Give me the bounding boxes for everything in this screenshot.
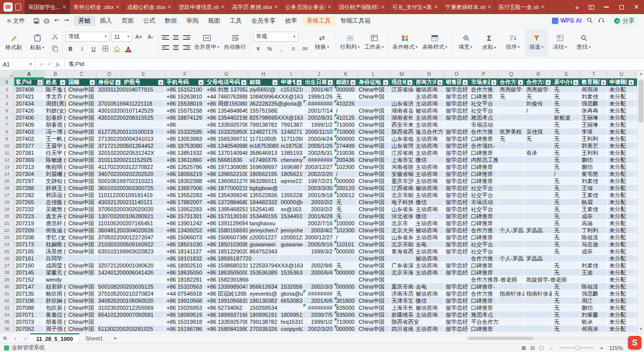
cell[interactable]: 207208 xyxy=(14,234,44,241)
close-tab-icon[interactable]: × xyxy=(221,4,224,10)
cell[interactable]: 无 xyxy=(552,178,580,185)
cell[interactable]: 117110505@ xyxy=(279,135,303,142)
header-cell[interactable]: 姓名▾ xyxy=(44,78,67,86)
cell[interactable]: 微信 xyxy=(414,156,444,163)
cell[interactable]: 411702200312270822 xyxy=(97,163,122,170)
cell[interactable]: 留学总经 xyxy=(444,290,469,297)
filter-button[interactable]: ▾ xyxy=(545,79,551,85)
header-cell[interactable]: 手机号码▾ xyxy=(165,78,205,86)
cell[interactable] xyxy=(390,276,414,283)
cell[interactable] xyxy=(525,156,552,163)
cell[interactable]: +86 13611860 xyxy=(165,156,205,163)
document-tab[interactable]: 常州公积金 .xlsx× xyxy=(70,0,123,14)
cell[interactable]: 169698712 xyxy=(279,163,303,170)
fill-color-button[interactable] xyxy=(112,44,122,54)
cell[interactable] xyxy=(525,206,552,213)
cell[interactable]: 主动咨询 xyxy=(414,269,444,276)
cell[interactable]: 陈敏婕 (女 xyxy=(44,156,67,163)
cell[interactable]: 207160 xyxy=(14,262,44,269)
cell[interactable]: +86 1851229020 xyxy=(205,248,248,255)
cell[interactable]: 罗晶晶 xyxy=(525,227,552,234)
cell[interactable]: 刘紫馨 xyxy=(580,311,608,318)
column-header[interactable]: A xyxy=(14,70,44,78)
cell[interactable]: 主动咨询 xyxy=(414,206,444,213)
cell[interactable]: +86 1339985047 xyxy=(205,283,248,290)
layout-switch-button[interactable] xyxy=(584,0,599,14)
cell[interactable]: +86 1580841990 xyxy=(205,325,248,332)
cell[interactable]: 留学总经 xyxy=(444,128,469,135)
cell[interactable]: 1999/1/2 xyxy=(303,318,335,325)
cell[interactable] xyxy=(498,107,525,114)
cell[interactable]: 108409964XXX@163 xyxy=(248,93,279,100)
cell[interactable]: z20001227 xyxy=(279,234,303,241)
cell[interactable]: 无 xyxy=(552,248,580,255)
cell[interactable]: 1999/3/2 xyxy=(303,248,335,255)
cell[interactable]: / xyxy=(552,170,580,178)
cell[interactable]: 北京市 xyxy=(390,220,414,227)
cell[interactable]: 未分配 xyxy=(608,128,635,135)
page-layout-view-icon[interactable]: ▤ xyxy=(530,345,535,350)
cell[interactable]: 无 xyxy=(552,86,580,93)
cell[interactable]: China中国 xyxy=(67,311,97,318)
cell[interactable]: +86 13851932 xyxy=(165,149,205,156)
cell[interactable]: 未分配 xyxy=(608,93,635,100)
cell[interactable]: 2002/5/31 xyxy=(303,149,335,156)
cell[interactable]: +86 1863505000 xyxy=(205,269,248,276)
name-box-dropdown-icon[interactable]: ▾ xyxy=(30,62,32,66)
cell[interactable]: jennychen6 xyxy=(279,227,303,234)
cell[interactable]: China中国 xyxy=(67,199,97,206)
cell[interactable]: 社交平台 xyxy=(469,241,498,248)
cell[interactable]: 主动咨询 xyxy=(414,311,444,318)
cell[interactable]: 被动咨询 xyxy=(414,86,444,93)
cell[interactable]: 15575158E xyxy=(248,107,279,114)
cell[interactable]: 1997/2/21 xyxy=(303,178,335,185)
cell[interactable]: 207403 xyxy=(14,128,44,135)
cell[interactable]: +86 15066073 xyxy=(165,234,205,241)
cell[interactable]: China中国 xyxy=(357,290,390,297)
cell[interactable]: 无 xyxy=(552,199,580,206)
vertical-scrollbar[interactable]: ▲ ▼ xyxy=(637,70,644,333)
cell[interactable] xyxy=(498,121,525,128)
column-header[interactable]: H xyxy=(248,70,279,78)
cell[interactable]: 广东省深圳 xyxy=(390,262,414,269)
cell[interactable]: 口碑推荐 xyxy=(469,234,498,241)
cell[interactable]: +86 18141137 xyxy=(165,248,205,255)
cell[interactable]: 主动咨询 xyxy=(414,142,444,149)
cell[interactable]: China中国 xyxy=(67,227,97,234)
redo-button[interactable] xyxy=(63,18,70,24)
cell[interactable]: 主动咨询 xyxy=(414,262,444,269)
cell[interactable]: 835000 xyxy=(335,304,357,311)
menu-item-开始[interactable]: 开始 xyxy=(74,16,95,26)
cell[interactable] xyxy=(498,185,525,192)
cell[interactable]: 无 xyxy=(552,149,580,156)
cell[interactable]: +86 1335925706 xyxy=(205,121,248,128)
cell[interactable]: 山东省东营 xyxy=(390,206,414,213)
cell[interactable]: China中国 xyxy=(67,234,97,241)
filter-button[interactable]: ▾ xyxy=(158,79,164,85)
cell[interactable]: ######## xyxy=(303,304,335,311)
cell[interactable]: 710000 xyxy=(335,318,357,325)
cell[interactable] xyxy=(580,255,608,262)
align-left-button[interactable] xyxy=(161,34,170,42)
menu-item-插入[interactable]: 插入 xyxy=(96,16,117,26)
cell[interactable]: 2005/1/26 xyxy=(303,142,335,149)
cell[interactable]: 留学总经 xyxy=(444,114,469,121)
cell[interactable]: 留学总经 xyxy=(444,170,469,178)
cell[interactable]: 留学总经 xyxy=(444,304,469,311)
cell[interactable]: 主动咨询 xyxy=(414,149,444,156)
cell[interactable]: ######## xyxy=(303,156,335,163)
cell[interactable]: 主动咨询 xyxy=(414,135,444,142)
cell[interactable]: 刘素佳 xyxy=(580,178,608,185)
cell[interactable] xyxy=(279,185,303,192)
cell[interactable]: China中国 xyxy=(357,206,390,213)
cell[interactable]: 15254145 xyxy=(248,206,279,213)
cell[interactable]: 2000/11/10 xyxy=(303,128,335,135)
row-number[interactable]: 2 xyxy=(0,86,14,93)
cell[interactable]: 207426 xyxy=(14,107,44,114)
number-format-select[interactable]: 常规 xyxy=(253,32,298,42)
cell[interactable]: 207402 xyxy=(14,135,44,142)
document-tab[interactable]: 英国留学生...× xyxy=(25,0,70,14)
cell[interactable]: 2001/9/18 xyxy=(303,192,335,199)
cell[interactable]: China中国 xyxy=(357,269,390,276)
cell[interactable]: 留学总经 xyxy=(444,156,469,163)
